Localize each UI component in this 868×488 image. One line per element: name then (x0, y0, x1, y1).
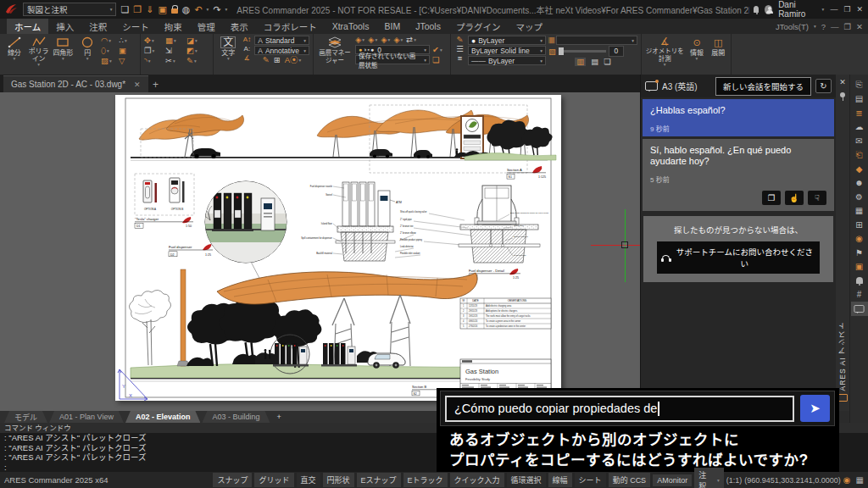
toggle-esnap[interactable]: Eスナップ (357, 473, 401, 487)
tab-plugins[interactable]: プラグイン (448, 19, 509, 35)
annotation-scale-dropdown[interactable]: 注釈▾ (694, 468, 724, 488)
notifications-palette-icon[interactable] (851, 274, 868, 288)
panel-restore-button[interactable]: ❐ (844, 22, 852, 31)
dim-style2-tool[interactable]: A⦿▾ (285, 56, 302, 64)
lineweight-dropdown[interactable]: ——ByLayer▾ (468, 56, 546, 65)
toggle-polar[interactable]: 円形状 (323, 473, 354, 487)
toggle-grid[interactable]: グリッド (254, 473, 293, 487)
blocks-palette-icon[interactable]: ◆ (851, 162, 868, 176)
table-palette-icon[interactable]: ⊞ (851, 218, 868, 232)
import-icon[interactable]: ⇓ (146, 5, 153, 14)
send-button[interactable]: ➤ (800, 395, 830, 422)
notifications-bell-icon[interactable] (754, 6, 759, 13)
erase-tool[interactable]: ◪▾ (186, 36, 208, 46)
layer-on-tool[interactable]: ◈▾ (355, 36, 364, 44)
export-palette-icon[interactable]: ⎗ (851, 148, 868, 163)
tab-model[interactable]: モデル (4, 411, 47, 423)
polygon-tool[interactable]: ▽ (119, 56, 136, 66)
dim-style-dropdown[interactable]: AAnnotative▾ (254, 46, 309, 55)
collaborate-chat-icon[interactable]: ☻ (851, 176, 868, 191)
workspace-dropdown[interactable]: 製図と注釈▾ (23, 3, 116, 16)
jtools-menu[interactable]: JTools(T) (776, 22, 809, 31)
circle-tool[interactable]: 円▾ (76, 36, 98, 66)
toggle-etrack[interactable]: Eトラック (403, 473, 448, 487)
plot-style-dropdown[interactable]: ▾ (556, 36, 637, 45)
drawing-canvas[interactable]: Section A S1 1:125 (0, 92, 640, 411)
layer-state-save-tool[interactable]: ❏ (432, 56, 440, 64)
table-tool[interactable]: ⊞ (274, 56, 281, 64)
new-conversation-button[interactable]: 新しい会話を開始する (715, 77, 811, 96)
annotation-scale-value[interactable]: (1:1) (726, 476, 743, 485)
properties-palette-icon[interactable]: ⎘ (851, 78, 868, 92)
tab-jtools[interactable]: JTools (408, 19, 448, 33)
layer-previous-check[interactable]: ✔▾ (432, 46, 442, 54)
contact-support-button[interactable]: サポートチームにお問い合わせください (657, 241, 819, 274)
user-menu-caret-icon[interactable]: ▾ (822, 8, 825, 11)
hide-properties-tool[interactable]: ▤ (591, 58, 598, 66)
tab-a01-plan-view[interactable]: A01 - Plan View (49, 411, 124, 423)
linetype-dropdown[interactable]: ByLayerSolid line▾ (468, 46, 546, 55)
tab-bim[interactable]: BIM (376, 19, 408, 33)
tab-insert[interactable]: 挿入 (48, 19, 81, 35)
polyline-tool[interactable]: ポリライン▾ (28, 36, 50, 66)
minimize-button[interactable]: — (830, 5, 837, 14)
copy-icon[interactable]: ❐ (762, 191, 781, 205)
layer-freeze-tool[interactable]: ◈▾ (368, 36, 377, 44)
toggle-amonitor[interactable]: AMonitor (653, 474, 692, 486)
new-file-icon[interactable]: ❏ (120, 5, 129, 14)
thumbs-up-icon[interactable]: ☝ (785, 191, 804, 205)
open-file-icon[interactable]: ❐ (133, 5, 142, 14)
assistant-palette-icon[interactable]: ◉ (851, 232, 868, 247)
tab-home[interactable]: ホーム (7, 19, 48, 35)
location-pin-icon[interactable]: ◉ (843, 475, 851, 485)
document-tab[interactable]: Gas Station 2D - AC - 03.dwg* ✕ (3, 75, 148, 92)
help-button[interactable]: ? (821, 22, 826, 31)
trim-tool[interactable]: ✂▾ (165, 56, 186, 66)
toggle-snap[interactable]: スナップ (213, 473, 252, 487)
hatch-tool[interactable]: ▨▾ (101, 56, 119, 66)
layer-lock-tool[interactable]: ◈▾ (381, 36, 390, 44)
move-tool[interactable]: ✥▾ (144, 36, 165, 46)
line-tool[interactable]: 線分▾ (3, 36, 25, 66)
publish-icon[interactable]: ◍ (182, 5, 191, 14)
tab-sheet[interactable]: シート (114, 19, 157, 35)
reference-palette-icon[interactable]: ▤ (851, 92, 868, 107)
tab-map[interactable]: マップ (508, 19, 550, 35)
image-export-icon[interactable]: ▣ (851, 260, 868, 274)
layer-isolate-tool[interactable]: ◈▾ (393, 36, 403, 44)
tab-a02-elevation[interactable]: A02 - Elevation (125, 411, 201, 423)
measure-geometry-tool[interactable]: ∡ ジオメトリを計測▾ (645, 36, 684, 66)
layer-state-dropdown[interactable]: 保存されていない画層状態▾ (355, 55, 430, 64)
save-icon[interactable]: ▣ (158, 5, 166, 14)
new-document-button[interactable]: + (148, 76, 164, 92)
tab-manage[interactable]: 管理 (190, 19, 223, 35)
monitor-icon[interactable]: ▦ (856, 475, 864, 485)
toggle-dynamic-ccs[interactable]: 動的 CCS (609, 473, 651, 487)
add-sheet-button[interactable]: + (271, 411, 286, 423)
mleader-tool[interactable]: ✎ (263, 56, 270, 64)
rectangle-tool[interactable]: 四角形▾ (53, 36, 75, 66)
tab-constraints[interactable]: 拘束 (157, 19, 190, 35)
tab-xtratools[interactable]: XtraTools (325, 19, 377, 33)
layer-match-tool[interactable]: ⇄▾ (406, 36, 416, 44)
toggle-quick-input[interactable]: クイック入力 (450, 473, 504, 487)
transparency-value[interactable]: 0 (609, 46, 624, 57)
redo-icon[interactable]: ↷ (213, 5, 220, 14)
text-tool[interactable]: 文 文字▾ (217, 36, 240, 66)
transparency-slider[interactable] (559, 50, 606, 53)
arc-tool[interactable]: ◠▾ (101, 36, 119, 46)
tab-view[interactable]: 表示 (223, 19, 256, 35)
explode-tool[interactable]: ◩▾ (186, 46, 208, 56)
text-style-dropdown[interactable]: AStandard▾ (254, 36, 309, 45)
properties-palette-tool[interactable]: ❏ (604, 58, 611, 66)
layers-palette-icon[interactable]: ≣ (851, 106, 868, 120)
edit-tool[interactable]: ✎▾ (186, 56, 208, 66)
point-tool[interactable]: ∴▾ (119, 36, 136, 46)
user-name[interactable]: Dani Ramiro (778, 0, 815, 19)
comments-palette-icon[interactable]: ✉ (851, 134, 868, 148)
annotation-palette-icon[interactable]: # (851, 288, 868, 302)
scale-tool[interactable]: ⇲ (165, 46, 186, 56)
jtools-caret-icon[interactable]: ▾ (814, 25, 816, 28)
expand-tool[interactable]: ◫ 展開 (709, 36, 727, 66)
panel-minimize-button[interactable]: — (831, 22, 839, 31)
